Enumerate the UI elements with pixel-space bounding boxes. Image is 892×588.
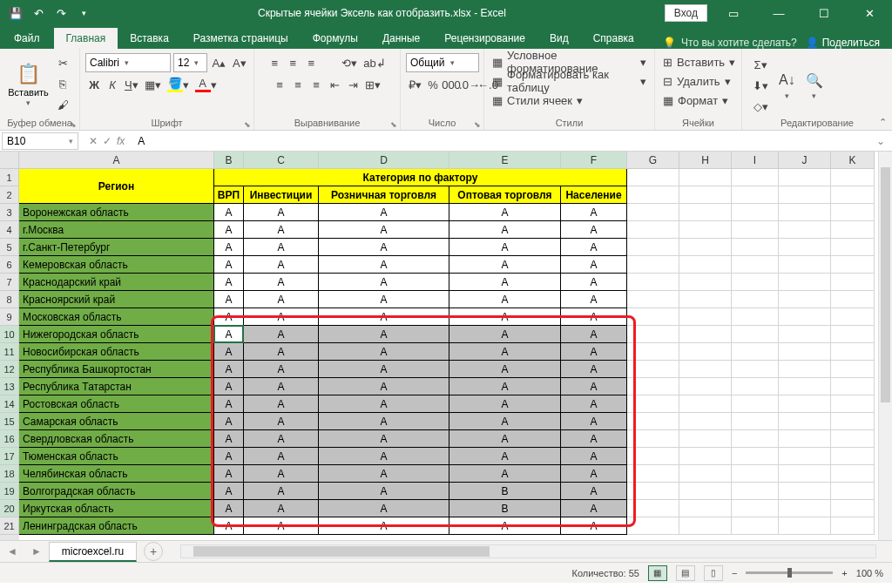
row-header-4[interactable]: 4 bbox=[0, 221, 19, 239]
horizontal-scrollbar[interactable] bbox=[180, 544, 876, 558]
cell[interactable]: А bbox=[561, 430, 627, 448]
cell[interactable]: А bbox=[561, 395, 627, 413]
cell[interactable]: А bbox=[214, 221, 244, 239]
redo-icon[interactable]: ↷ bbox=[51, 3, 71, 24]
select-all-corner[interactable] bbox=[0, 152, 19, 169]
cell[interactable] bbox=[732, 430, 779, 448]
col-header-F[interactable]: F bbox=[561, 152, 627, 169]
row-header-1[interactable]: 1 bbox=[0, 169, 19, 186]
format-painter-icon[interactable]: 🖌 bbox=[54, 96, 71, 115]
cell[interactable]: Население bbox=[561, 186, 627, 204]
cell[interactable]: А bbox=[214, 291, 244, 308]
cell[interactable]: г.Санкт-Петербург bbox=[19, 239, 214, 256]
fx-icon[interactable]: fx bbox=[117, 135, 125, 147]
cell[interactable] bbox=[831, 430, 875, 448]
cell[interactable] bbox=[679, 291, 732, 308]
dialog-launcher-icon[interactable]: ⬊ bbox=[70, 120, 77, 129]
cell[interactable] bbox=[831, 239, 875, 256]
cell[interactable]: А bbox=[214, 378, 244, 395]
cell[interactable] bbox=[679, 483, 732, 500]
align-center-icon[interactable]: ≡ bbox=[289, 75, 307, 94]
cell[interactable]: А bbox=[449, 308, 561, 326]
cell[interactable]: А bbox=[561, 204, 627, 221]
cell[interactable] bbox=[732, 221, 779, 239]
cell[interactable]: А bbox=[449, 448, 561, 465]
collapse-ribbon-icon[interactable]: ⌃ bbox=[879, 117, 887, 128]
zoom-in-icon[interactable]: + bbox=[841, 568, 847, 578]
cell[interactable]: Новосибирская область bbox=[19, 343, 214, 361]
cell[interactable] bbox=[627, 483, 679, 500]
cell[interactable] bbox=[627, 500, 679, 517]
prev-sheet-icon[interactable]: ◄ bbox=[0, 545, 24, 558]
cell[interactable] bbox=[679, 274, 732, 291]
cell[interactable]: А bbox=[319, 256, 449, 274]
cell[interactable]: А bbox=[214, 448, 244, 465]
cell[interactable]: А bbox=[561, 517, 627, 535]
cell[interactable] bbox=[831, 169, 875, 186]
cell[interactable] bbox=[679, 500, 732, 517]
cell[interactable] bbox=[779, 413, 831, 430]
name-box[interactable]: B10▾ bbox=[2, 132, 78, 150]
view-normal-icon[interactable]: ▦ bbox=[648, 565, 667, 581]
cell[interactable]: Розничная торговля bbox=[319, 186, 449, 204]
dialog-launcher-icon[interactable]: ⬊ bbox=[474, 120, 481, 129]
copy-icon[interactable]: ⎘ bbox=[54, 75, 71, 94]
cell[interactable]: А bbox=[449, 256, 561, 274]
find-icon[interactable]: 🔍 bbox=[803, 71, 826, 90]
cell[interactable]: А bbox=[214, 413, 244, 430]
cell[interactable]: Волгоградская область bbox=[19, 483, 214, 500]
cell[interactable]: А bbox=[319, 465, 449, 483]
cell[interactable] bbox=[627, 517, 679, 535]
cell[interactable]: А bbox=[319, 448, 449, 465]
cell[interactable] bbox=[831, 308, 875, 326]
cell[interactable] bbox=[779, 500, 831, 517]
cell[interactable] bbox=[627, 465, 679, 483]
cell[interactable]: Ростовская область bbox=[19, 395, 214, 413]
cell[interactable]: Московская область bbox=[19, 308, 214, 326]
cell[interactable] bbox=[679, 326, 732, 343]
delete-cells-button[interactable]: ⊟Удалить▾ bbox=[660, 71, 736, 91]
percent-icon[interactable]: % bbox=[424, 75, 442, 94]
cell[interactable]: А bbox=[561, 378, 627, 395]
cell[interactable]: А bbox=[449, 465, 561, 483]
cell[interactable] bbox=[831, 483, 875, 500]
cell[interactable] bbox=[732, 256, 779, 274]
cell[interactable] bbox=[779, 395, 831, 413]
cell[interactable]: А bbox=[319, 274, 449, 291]
tell-me-search[interactable]: 💡Что вы хотите сделать? bbox=[663, 37, 797, 49]
cell[interactable]: А bbox=[244, 395, 319, 413]
cell[interactable]: ВРП bbox=[214, 186, 244, 204]
currency-icon[interactable]: ₽▾ bbox=[406, 75, 423, 94]
cell[interactable]: А bbox=[449, 239, 561, 256]
close-icon[interactable]: ✕ bbox=[850, 0, 889, 26]
cell[interactable] bbox=[831, 517, 875, 535]
cell[interactable] bbox=[732, 239, 779, 256]
col-header-E[interactable]: E bbox=[449, 152, 561, 169]
cell[interactable]: А bbox=[244, 517, 319, 535]
dec-inc-icon[interactable]: .0→ bbox=[461, 75, 478, 94]
row-header-7[interactable]: 7 bbox=[0, 274, 19, 291]
cell[interactable] bbox=[732, 361, 779, 378]
wrap-text-icon[interactable]: ab↲ bbox=[361, 53, 388, 72]
login-button[interactable]: Вход bbox=[665, 4, 707, 22]
ribbon-options-icon[interactable]: ▭ bbox=[714, 0, 753, 26]
cell[interactable]: А bbox=[214, 500, 244, 517]
col-header-I[interactable]: I bbox=[732, 152, 779, 169]
zoom-level[interactable]: 100 % bbox=[856, 568, 883, 578]
cell[interactable]: А bbox=[244, 343, 319, 361]
cell[interactable]: А bbox=[449, 204, 561, 221]
row-header-10[interactable]: 10 bbox=[0, 326, 19, 343]
cell[interactable] bbox=[627, 448, 679, 465]
format-table-button[interactable]: ▦Форматировать как таблицу▾ bbox=[490, 71, 649, 91]
row-header-19[interactable]: 19 bbox=[0, 483, 19, 500]
merge-icon[interactable]: ⊞▾ bbox=[362, 75, 383, 94]
cell[interactable] bbox=[627, 274, 679, 291]
next-sheet-icon[interactable]: ► bbox=[24, 545, 49, 558]
cell[interactable]: А bbox=[214, 204, 244, 221]
cell[interactable] bbox=[779, 465, 831, 483]
cell[interactable]: А bbox=[319, 204, 449, 221]
cell[interactable] bbox=[831, 500, 875, 517]
cell[interactable]: г.Москва bbox=[19, 221, 214, 239]
cell[interactable]: А bbox=[244, 239, 319, 256]
cell[interactable]: А bbox=[214, 483, 244, 500]
